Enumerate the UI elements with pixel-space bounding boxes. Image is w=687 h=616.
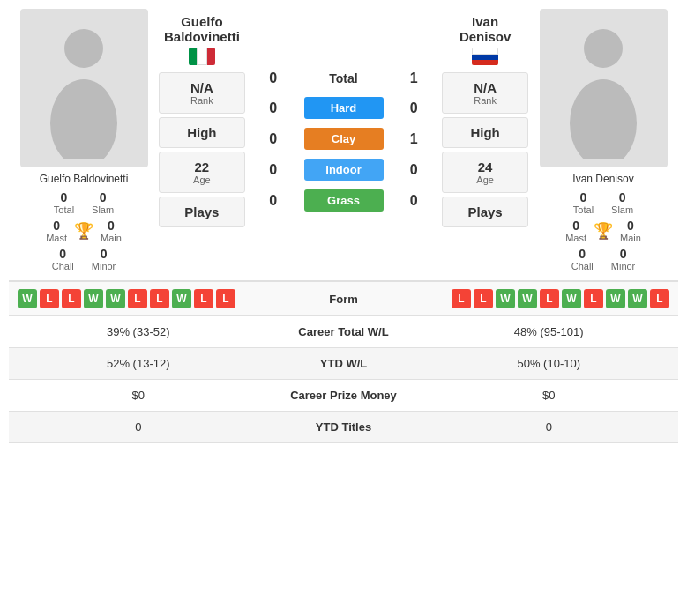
player2-total-label: Total <box>573 204 594 215</box>
player1-age-label: Age <box>165 174 239 185</box>
clay-score-p1: 0 <box>265 131 282 147</box>
form-badge-p2: W <box>518 289 537 308</box>
form-badge-p1: L <box>194 289 213 308</box>
stats-label: YTD W/L <box>256 357 432 370</box>
player1-rank-box: N/A Rank <box>159 72 245 114</box>
stats-p1-val: 39% (33-52) <box>21 325 256 338</box>
form-badges-p1: WLLWWLLWLL <box>18 289 291 308</box>
clay-row: 0 Clay 1 <box>258 126 430 152</box>
player2-chall: 0 <box>579 247 586 261</box>
hard-score-p1: 0 <box>265 100 282 116</box>
player1-header: GuelfoBaldovinetti <box>159 9 245 71</box>
stats-label: Career Total W/L <box>256 325 432 338</box>
form-badge-p2: W <box>628 289 647 308</box>
player1-plays-val: Plays <box>165 204 239 219</box>
svg-point-2 <box>584 29 623 68</box>
svg-point-3 <box>570 79 637 159</box>
player1-plays-box: Plays <box>159 197 245 227</box>
player2-slam-label: Slam <box>611 204 633 215</box>
stats-p2-val: 48% (95-101) <box>432 325 667 338</box>
player1-trophy-row: 0 Mast 🏆 0 Main <box>9 219 159 243</box>
form-badge-p2: L <box>650 289 669 308</box>
form-badge-p1: W <box>172 289 191 308</box>
player2-main-label: Main <box>620 233 641 243</box>
form-row: WLLWWLLWLL Form LLWWLWLWWL <box>9 282 678 316</box>
form-badge-p1: L <box>128 289 147 308</box>
stats-row: 39% (33-52)Career Total W/L48% (95-101) <box>9 316 678 348</box>
stats-rows: 39% (33-52)Career Total W/L48% (95-101)5… <box>9 316 678 443</box>
form-badge-p2: W <box>562 289 581 308</box>
player2-trophy-row: 0 Mast 🏆 0 Main <box>528 219 678 243</box>
player1-chall-label: Chall <box>52 261 74 271</box>
player1-high-box: High <box>159 117 245 148</box>
hard-badge: Hard <box>304 97 384 119</box>
player2-plays-val: Plays <box>448 204 522 219</box>
clay-badge: Clay <box>304 128 384 150</box>
player2-card: Ivan Denisov 0 Total 0 Slam 0 Mast <box>528 9 678 271</box>
total-row: 0 Total 1 <box>258 67 430 90</box>
player1-slam: 0 <box>100 190 107 204</box>
form-badge-p2: W <box>606 289 625 308</box>
player2-age-val: 24 <box>448 160 522 174</box>
form-badge-p1: L <box>40 289 59 308</box>
surface-scores: 0 Total 1 0 Hard 0 0 Clay 1 0 <box>252 9 436 271</box>
player1-chall: 0 <box>59 247 66 261</box>
player2-header: Ivan Denisov <box>442 9 528 71</box>
player2-avatar <box>540 9 668 167</box>
indoor-score-p2: 0 <box>405 162 422 178</box>
player1-main: 0 <box>108 219 115 233</box>
indoor-score-p1: 0 <box>265 162 282 178</box>
player1-stats: 0 Total 0 Slam 0 Mast 🏆 0 <box>9 190 159 271</box>
player2-minor: 0 <box>620 247 627 261</box>
player2-stats: 0 Total 0 Slam 0 Mast 🏆 0 <box>528 190 678 271</box>
player2-slam: 0 <box>619 190 626 204</box>
player2-plays-box: Plays <box>442 197 528 227</box>
grass-score-p1: 0 <box>265 193 282 209</box>
svg-point-1 <box>50 79 117 159</box>
player2-total: 0 <box>580 190 587 204</box>
player1-mast: 0 <box>53 219 60 233</box>
player1-total-label: Total <box>54 204 74 215</box>
player1-flag-container <box>162 48 242 65</box>
player1-minor: 0 <box>101 247 108 261</box>
player1-age-box: 22 Age <box>159 152 245 193</box>
player2-flag-container <box>445 48 525 65</box>
player2-minor-label: Minor <box>611 261 636 271</box>
player1-middle: GuelfoBaldovinetti N/A Rank High <box>159 9 245 271</box>
stats-label: Career Prize Money <box>256 389 432 402</box>
player1-total: 0 <box>61 190 68 204</box>
player1-minor-label: Minor <box>92 261 116 271</box>
indoor-row: 0 Indoor 0 <box>258 157 430 182</box>
player1-name-center: GuelfoBaldovinetti <box>162 14 242 44</box>
player1-slam-label: Slam <box>92 204 114 215</box>
grass-score-p2: 0 <box>405 193 422 209</box>
player1-rank-label: Rank <box>165 95 239 106</box>
player2-rank-label: Rank <box>448 95 522 106</box>
player2-high-val: High <box>448 125 522 140</box>
player2-high-box: High <box>442 117 528 148</box>
middle-section: GuelfoBaldovinetti N/A Rank High <box>159 9 528 271</box>
player1-rank-val: N/A <box>165 80 239 95</box>
form-badge-p1: W <box>106 289 125 308</box>
form-badge-p1: L <box>150 289 169 308</box>
player1-avatar <box>20 9 148 167</box>
total-score-p2: 1 <box>405 71 422 86</box>
total-score-p1: 0 <box>265 71 282 86</box>
player2-mast: 0 <box>572 219 579 233</box>
bottom-section: WLLWWLLWLL Form LLWWLWLWWL 39% (33-52)Ca… <box>9 280 678 443</box>
hard-row: 0 Hard 0 <box>258 95 430 121</box>
main-container: Guelfo Baldovinetti 0 Total 0 Slam 0 Ma <box>0 0 687 452</box>
total-label: Total <box>329 71 357 85</box>
stats-p2-val: 0 <box>432 420 667 434</box>
form-badge-p1: W <box>18 289 37 308</box>
player1-flag <box>189 48 215 65</box>
form-badge-p2: L <box>584 289 603 308</box>
player2-age-label: Age <box>448 174 522 185</box>
player1-main-label: Main <box>101 233 122 243</box>
svg-point-0 <box>64 29 103 68</box>
player1-trophy-icon: 🏆 <box>74 221 93 241</box>
clay-score-p2: 1 <box>405 131 422 147</box>
stats-label: YTD Titles <box>256 420 432 434</box>
form-badge-p2: L <box>474 289 493 308</box>
player2-main: 0 <box>627 219 634 233</box>
